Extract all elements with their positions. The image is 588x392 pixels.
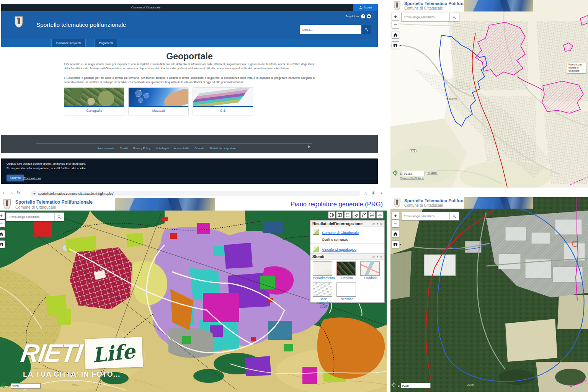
results-panel-title: Risultati dell'interrogazione <box>312 222 372 226</box>
backgrounds-panel: Sfondi ▤ ▾ ⊗ Inquadramento Ortofoto Stra… <box>310 253 385 303</box>
footer-divider <box>36 144 312 144</box>
site-nav: Domande frequenti Pagamenti <box>1 39 378 47</box>
youtube-icon[interactable] <box>367 14 371 18</box>
measure-icon[interactable] <box>352 211 359 219</box>
footer-link-crediti[interactable]: Crediti <box>120 147 128 150</box>
home-extent-button[interactable] <box>392 31 399 39</box>
card-gis[interactable]: GIS <box>193 87 253 115</box>
collapse-panel-icon[interactable]: ▾ <box>377 255 378 258</box>
locate-search-input[interactable] <box>402 212 449 220</box>
close-panel-icon[interactable]: ⊗ <box>380 255 382 258</box>
magnifier-icon[interactable] <box>54 213 64 221</box>
chevron-down-icon: ▼ <box>399 243 402 246</box>
zoom-out-button[interactable]: − <box>0 220 5 227</box>
zoom-in-button[interactable]: + <box>0 212 5 219</box>
card-label: GIS <box>193 107 253 115</box>
cookie-privacy-link[interactable]: Riservatezza <box>23 176 41 180</box>
result-row-confine-comunale[interactable]: Comune di Cittaducale Confine comunale <box>310 227 384 244</box>
close-panel-icon[interactable]: ⊗ <box>380 222 382 225</box>
map-toolbar <box>328 211 384 219</box>
gps-locate-icon[interactable] <box>392 170 398 176</box>
footer-link-accessibilita[interactable]: Accessibilità <box>174 147 189 150</box>
result-link[interactable]: Comune di Cittaducale <box>322 230 359 235</box>
viewer-brand-subtitle: Comune di Cittaducale <box>404 203 443 207</box>
background-thumb[interactable] <box>313 261 332 276</box>
zoom-out-button[interactable]: − <box>392 220 399 227</box>
watermark-tagline: LA TUA CITTA' IN FOTO... <box>23 370 120 379</box>
backgrounds-panel-title: Sfondi <box>312 255 372 259</box>
card-metadati[interactable]: Metadati <box>128 87 189 115</box>
site-footer: Area riservata Crediti Privacy Policy No… <box>1 135 378 153</box>
background-thumb[interactable] <box>360 261 380 276</box>
nav-tab-domande-frequenti[interactable]: Domande frequenti <box>51 39 86 47</box>
cartografia-thumbnail <box>64 88 124 107</box>
overview-map-icon[interactable] <box>336 211 343 219</box>
footer-links: Area riservata Crediti Privacy Policy No… <box>1 147 332 150</box>
cookie-accept-button[interactable]: ACCETTO <box>7 175 24 181</box>
menu-dots-icon[interactable]: ⋮ <box>379 191 384 196</box>
background-label: Inquadramento <box>313 276 334 280</box>
header-banner-photo <box>464 197 533 209</box>
locate-search-input[interactable] <box>402 13 449 21</box>
ortho-map-canvas[interactable] <box>390 197 588 392</box>
zoom-in-button[interactable]: + <box>392 13 399 20</box>
back-button[interactable]: ← <box>2 191 6 196</box>
nav-tab-pagamenti[interactable]: Pagamenti <box>94 39 118 47</box>
footer-link-area-riservata[interactable]: Area riservata <box>97 147 114 150</box>
background-thumb-selected[interactable] <box>336 261 356 276</box>
footer-link-statistiche[interactable]: Statistiche del portale <box>209 147 236 150</box>
search-button[interactable] <box>361 25 371 34</box>
background-thumb[interactable] <box>336 283 356 297</box>
background-option-nessuno[interactable]: Nessuno <box>336 283 358 301</box>
site-header: Sportello telematico polifunzionale Segu… <box>1 11 378 39</box>
cadastral-map-canvas[interactable] <box>390 0 588 188</box>
address-bar[interactable]: sportellotelematico.comune.cittaducale.r… <box>30 191 360 196</box>
map-credit-link[interactable]: Powered by Globo srl <box>400 177 424 180</box>
collapse-panel-icon[interactable]: ▾ <box>377 222 378 225</box>
zoom-out-button[interactable]: − <box>392 21 399 28</box>
export-icon[interactable] <box>376 211 384 219</box>
footer-link-contatti[interactable]: Contatti <box>194 147 204 150</box>
locate-search-input[interactable] <box>7 213 54 221</box>
scale-input[interactable] <box>403 171 425 176</box>
footer-link-note-legali[interactable]: Note legali <box>156 147 169 150</box>
backgrounds-panel-header[interactable]: Sfondi ▤ ▾ ⊗ <box>310 253 384 260</box>
site-search <box>300 25 371 34</box>
background-option-stradario[interactable]: Stradario <box>360 261 381 280</box>
background-option-inquadramento[interactable]: Inquadramento <box>313 261 334 280</box>
card-cartografia[interactable]: Cartografia <box>64 87 124 115</box>
facebook-icon[interactable]: f <box>361 14 365 18</box>
magnifier-icon[interactable] <box>449 212 459 220</box>
find-layers-button[interactable]: ▼ <box>0 240 5 248</box>
forward-button[interactable]: → <box>9 191 13 196</box>
background-thumb[interactable] <box>313 283 332 297</box>
login-button[interactable]: Accedi <box>353 4 378 11</box>
profile-avatar-icon[interactable] <box>371 191 376 196</box>
find-layers-button[interactable]: ▼ <box>392 41 399 49</box>
bookmark-star-icon[interactable]: ☆ <box>364 191 368 196</box>
results-panel-header[interactable]: Risultati dell'interrogazione ▤ ▾ ⊗ <box>310 220 384 227</box>
reload-button[interactable]: ↻ <box>17 191 20 196</box>
dock-panel-icon[interactable]: ▤ <box>372 255 376 258</box>
site-search-input[interactable] <box>300 25 361 34</box>
zoom-in-button[interactable]: + <box>392 212 399 219</box>
globe-icon[interactable] <box>328 211 335 219</box>
geoportale-website: Comune di Cittaducale Accedi Sportello t… <box>0 2 379 184</box>
home-extent-button[interactable] <box>392 230 399 238</box>
gps-locate-icon[interactable] <box>1 383 6 388</box>
gps-locate-icon[interactable] <box>391 382 396 387</box>
draw-icon[interactable] <box>360 211 368 219</box>
dock-panel-icon[interactable]: ▤ <box>372 222 376 225</box>
scale-input[interactable] <box>11 383 41 389</box>
site-topbar: Comune di Cittaducale Accedi <box>1 4 378 11</box>
background-option-ortofoto[interactable]: Ortofoto <box>336 261 358 280</box>
print-icon[interactable] <box>368 211 376 219</box>
result-link[interactable]: Vincolo idrogeologico <box>322 247 356 252</box>
footer-link-privacy[interactable]: Privacy Policy <box>133 147 150 150</box>
legend-icon[interactable] <box>344 211 351 219</box>
magnifier-icon[interactable] <box>449 13 459 21</box>
home-extent-button[interactable] <box>0 230 5 238</box>
scale-input[interactable] <box>401 383 431 388</box>
background-option-base-catastale[interactable]: Base catastale 2016 <box>313 283 334 309</box>
find-layers-button[interactable]: ▼ <box>392 240 399 248</box>
